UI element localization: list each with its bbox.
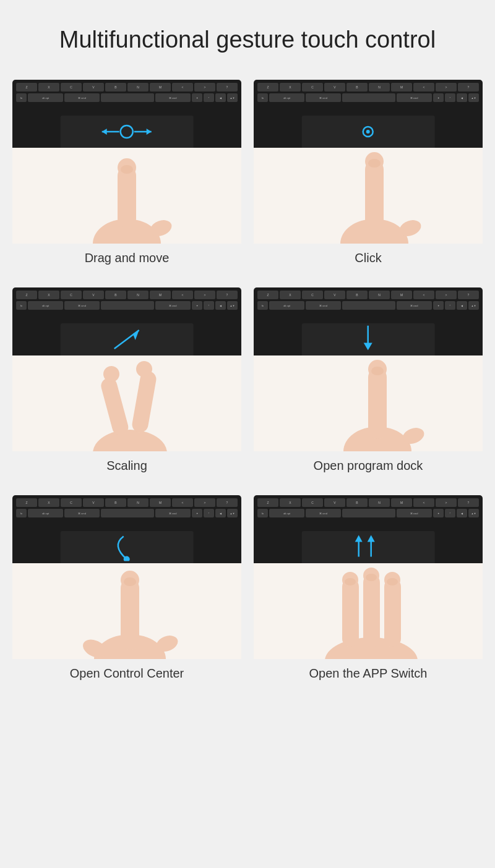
hand-app-switch xyxy=(254,563,483,659)
svg-rect-13 xyxy=(365,160,384,231)
keyboard-app-switch: Z X C V B N M < > ? fn alt opt ⌘ cmd ⌘ c… xyxy=(254,495,483,563)
trackpad-scaling xyxy=(61,323,194,355)
label-control-center: Open Control Center xyxy=(70,666,184,681)
trackpad-control-center xyxy=(61,531,194,563)
gesture-card-program-dock: Z X C V B N M < > ? fn alt opt ⌘ cmd ⌘ c… xyxy=(254,287,483,483)
app-switch-visual: Z X C V B N M < > ? fn alt opt ⌘ cmd ⌘ c… xyxy=(254,495,483,659)
svg-marker-1 xyxy=(102,129,107,135)
gesture-card-control-center: Z X C V B N M < > ? fn alt opt ⌘ cmd ⌘ c… xyxy=(12,495,241,691)
click-visual: Z X C V B N M < > ? fn alt opt ⌘ cmd ⌘ c… xyxy=(254,80,483,244)
keyboard-click: Z X C V B N M < > ? fn alt opt ⌘ cmd ⌘ c… xyxy=(254,80,483,148)
svg-rect-47 xyxy=(384,579,401,647)
keyboard-drag-move: Z X C V B N M < > ? fn alt opt ⌘ cmd ⌘ c… xyxy=(12,80,241,148)
hand-drag-move xyxy=(12,148,241,244)
svg-point-15 xyxy=(368,159,381,168)
svg-rect-43 xyxy=(342,579,359,647)
program-dock-visual: Z X C V B N M < > ? fn alt opt ⌘ cmd ⌘ c… xyxy=(254,287,483,451)
svg-point-8 xyxy=(121,165,133,174)
svg-marker-41 xyxy=(368,535,375,542)
scaling-visual: Z X C V B N M < > ? fn alt opt ⌘ cmd ⌘ c… xyxy=(12,287,241,451)
gesture-card-click: Z X C V B N M < > ? fn alt opt ⌘ cmd ⌘ c… xyxy=(254,80,483,275)
drag-move-visual: Z X C V B N M < > ? fn alt opt ⌘ cmd ⌘ c… xyxy=(12,80,241,244)
svg-point-49 xyxy=(345,578,356,585)
trackpad-program-dock xyxy=(302,323,435,355)
label-click: Click xyxy=(355,251,381,265)
svg-rect-22 xyxy=(131,370,158,434)
gesture-grid: Z X C V B N M < > ? fn alt opt ⌘ cmd ⌘ c… xyxy=(12,80,483,691)
svg-rect-27 xyxy=(368,368,387,439)
trackpad-click xyxy=(302,116,435,148)
svg-point-50 xyxy=(366,574,377,581)
trackpad-drag-move xyxy=(61,116,194,148)
label-scaling: Scaling xyxy=(106,459,147,473)
hand-program-dock xyxy=(254,355,483,451)
hand-control-center xyxy=(12,563,241,659)
svg-point-29 xyxy=(371,367,384,375)
svg-point-19 xyxy=(93,430,167,451)
svg-point-2 xyxy=(121,126,133,138)
svg-marker-39 xyxy=(355,535,363,542)
gesture-card-scaling: Z X C V B N M < > ? fn alt opt ⌘ cmd ⌘ c… xyxy=(12,287,241,483)
svg-marker-4 xyxy=(147,129,152,135)
keyboard-program-dock: Z X C V B N M < > ? fn alt opt ⌘ cmd ⌘ c… xyxy=(254,287,483,355)
svg-point-35 xyxy=(124,577,136,586)
svg-marker-25 xyxy=(364,343,372,351)
hand-click xyxy=(254,148,483,244)
trackpad-app-switch xyxy=(302,531,435,563)
svg-point-51 xyxy=(387,578,398,585)
hand-scaling xyxy=(12,355,241,451)
label-app-switch: Open the APP Switch xyxy=(309,666,428,681)
gesture-card-drag-move: Z X C V B N M < > ? fn alt opt ⌘ cmd ⌘ c… xyxy=(12,80,241,275)
page-title: Multifunctional gesture touch control xyxy=(59,25,436,55)
label-program-dock: Open program dock xyxy=(314,459,423,473)
keyboard-scaling: Z X C V B N M < > ? fn alt opt ⌘ cmd ⌘ c… xyxy=(12,287,241,355)
keyboard-control-center: Z X C V B N M < > ? fn alt opt ⌘ cmd ⌘ c… xyxy=(12,495,241,563)
control-center-visual: Z X C V B N M < > ? fn alt opt ⌘ cmd ⌘ c… xyxy=(12,495,241,659)
svg-point-11 xyxy=(366,130,370,134)
svg-rect-45 xyxy=(363,574,380,647)
svg-rect-20 xyxy=(100,377,131,437)
svg-rect-33 xyxy=(121,579,139,650)
gesture-card-app-switch: Z X C V B N M < > ? fn alt opt ⌘ cmd ⌘ c… xyxy=(254,495,483,691)
label-drag-move: Drag and move xyxy=(85,251,170,265)
